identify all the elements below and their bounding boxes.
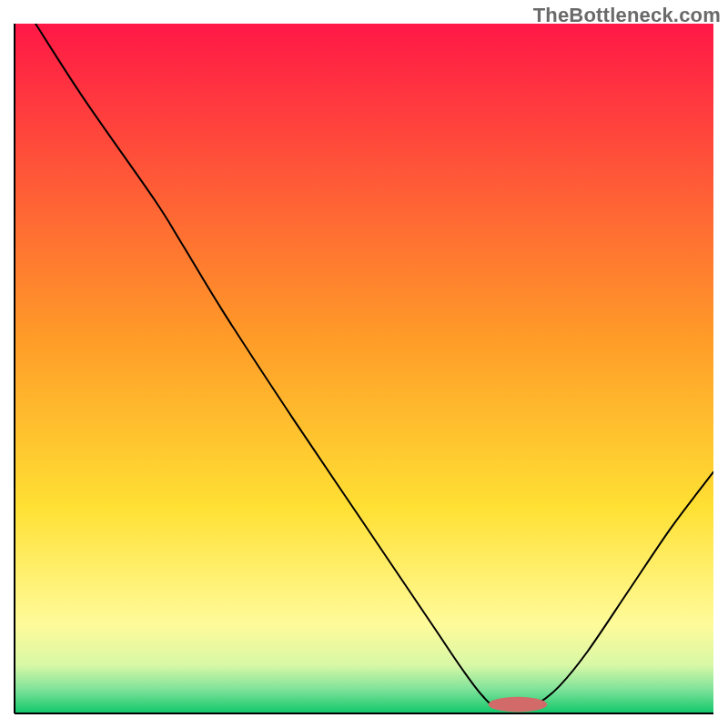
chart-container: TheBottleneck.com [0,0,728,728]
chart-svg [0,0,728,728]
optimal-marker [489,697,548,713]
plot-gradient-background [15,24,713,713]
watermark-text: TheBottleneck.com [533,4,721,27]
